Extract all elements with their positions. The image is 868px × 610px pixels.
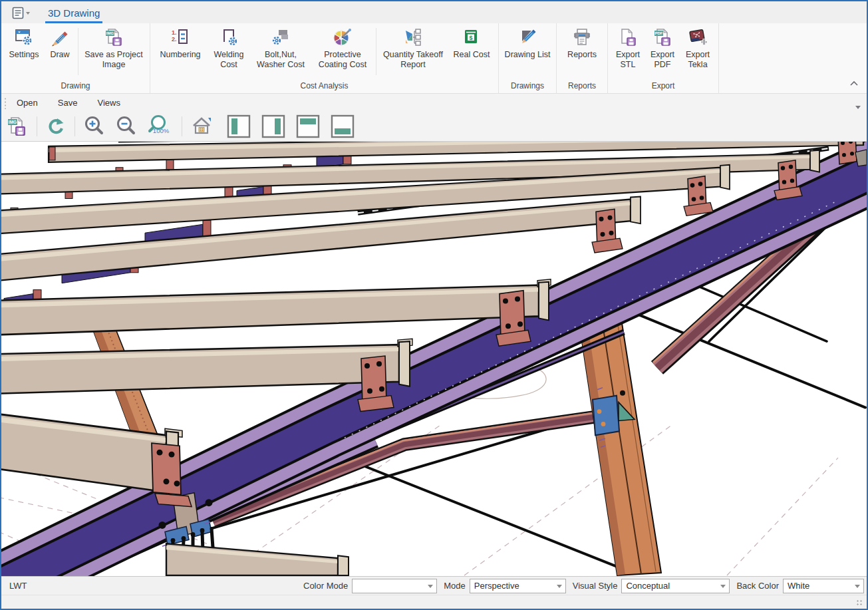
ribbon-group-export: Export STL PDF Export PDF bbox=[608, 23, 719, 93]
ribbon-group-drawing: Settings Draw bbox=[1, 23, 150, 93]
toolbar-options-icon[interactable] bbox=[855, 100, 861, 112]
svg-text:$: $ bbox=[469, 35, 472, 41]
ribbon-group-caption: Drawing bbox=[1, 80, 150, 93]
lwt-toggle[interactable]: LWT bbox=[9, 581, 27, 591]
quickbar: Open Save Views bbox=[1, 94, 867, 112]
ribbon: Settings Draw bbox=[1, 23, 867, 94]
button-label: Export PDF bbox=[647, 50, 678, 70]
svg-text:IMG: IMG bbox=[9, 120, 17, 124]
button-label: Settings bbox=[9, 50, 39, 60]
export-tekla-button[interactable]: Export Tekla bbox=[680, 27, 716, 71]
button-label: Reports bbox=[567, 50, 597, 60]
button-label: Export STL bbox=[613, 50, 643, 70]
real-cost-button[interactable]: $ Real Cost bbox=[448, 27, 496, 61]
view-top-icon[interactable] bbox=[296, 114, 320, 138]
export-pdf-icon: PDF bbox=[652, 27, 672, 47]
ribbon-group-caption: Reports bbox=[557, 80, 607, 93]
button-label: Welding Cost bbox=[210, 50, 248, 70]
ribbon-group-drawings: Drawing List Drawings bbox=[499, 23, 557, 93]
drawing-list-button[interactable]: Drawing List bbox=[502, 27, 553, 61]
export-stl-button[interactable]: Export STL bbox=[611, 27, 645, 71]
app-menu-icon[interactable] bbox=[12, 7, 32, 20]
welding-cost-button[interactable]: Welding Cost bbox=[208, 27, 250, 71]
ribbon-group-caption: Cost Analysis bbox=[150, 80, 498, 93]
svg-text:1.: 1. bbox=[172, 29, 177, 36]
back-color-label: Back Color bbox=[736, 581, 779, 591]
settings-icon bbox=[14, 27, 34, 47]
save-as-project-image-button[interactable]: IMG Save as Project Image bbox=[80, 27, 147, 71]
mode-select[interactable]: Perspective bbox=[470, 579, 566, 593]
mode-value: Perspective bbox=[474, 581, 519, 591]
titlebar: 3D Drawing bbox=[1, 1, 867, 23]
welding-cost-icon bbox=[219, 27, 239, 47]
status-strip bbox=[1, 595, 867, 609]
real-cost-icon: $ bbox=[462, 27, 482, 47]
back-color-select[interactable]: White bbox=[783, 579, 864, 593]
svg-text:PDF: PDF bbox=[655, 31, 663, 35]
export-pdf-button[interactable]: PDF Export PDF bbox=[645, 27, 680, 71]
statusbar: LWT Color Mode Mode Perspective Visual S… bbox=[1, 576, 867, 595]
printer-icon bbox=[572, 27, 592, 47]
settings-button[interactable]: Settings bbox=[4, 27, 44, 61]
zoom-in-icon[interactable] bbox=[83, 115, 106, 138]
button-label: Drawing List bbox=[505, 50, 551, 60]
button-label: Export Tekla bbox=[682, 50, 714, 70]
ribbon-group-caption: Export bbox=[608, 80, 718, 93]
iconbar: IMG 100% bbox=[1, 112, 867, 142]
visual-style-select[interactable]: Conceptual bbox=[621, 579, 730, 593]
bolt-nut-washer-cost-button[interactable]: Bolt,Nut, Washer Cost bbox=[250, 27, 311, 71]
view-left-icon[interactable] bbox=[227, 114, 251, 138]
zoom-out-icon[interactable] bbox=[115, 115, 138, 138]
view-bottom-icon[interactable] bbox=[331, 114, 355, 138]
viewport-3d[interactable]: G bbox=[1, 142, 867, 576]
svg-text:2.: 2. bbox=[172, 36, 177, 43]
ribbon-collapse-icon[interactable] bbox=[849, 77, 859, 89]
purlin-bottom[interactable] bbox=[166, 543, 349, 575]
color-mode-select[interactable] bbox=[352, 579, 437, 593]
button-label: Real Cost bbox=[454, 50, 490, 60]
visual-style-value: Conceptual bbox=[626, 581, 670, 591]
view-right-icon[interactable] bbox=[261, 114, 285, 138]
reports-button[interactable]: Reports bbox=[559, 27, 605, 61]
menu-views[interactable]: Views bbox=[87, 98, 130, 108]
button-label: Quantity Takeoff Report bbox=[380, 50, 446, 70]
document-menu-icon bbox=[12, 7, 32, 20]
tab-3d-drawing[interactable]: 3D Drawing bbox=[45, 7, 102, 23]
resize-grip[interactable] bbox=[856, 599, 863, 606]
save-view-image-icon[interactable]: IMG bbox=[6, 115, 29, 138]
ribbon-group-cost-analysis: 1. 2. Numbering Welding Co bbox=[150, 23, 499, 93]
button-label: Numbering bbox=[160, 50, 200, 60]
numbering-icon: 1. 2. bbox=[170, 27, 190, 47]
main-column[interactable] bbox=[580, 319, 661, 575]
svg-text:100%: 100% bbox=[153, 127, 170, 134]
pencil-icon bbox=[50, 27, 70, 47]
button-label: Draw bbox=[50, 50, 69, 60]
export-stl-icon bbox=[618, 27, 638, 47]
app-window: 3D Drawing Settings bbox=[0, 0, 868, 610]
button-label: Bolt,Nut, Washer Cost bbox=[252, 50, 309, 70]
export-tekla-icon bbox=[688, 27, 708, 47]
menu-open[interactable]: Open bbox=[7, 98, 48, 108]
takeoff-diagram-icon bbox=[403, 27, 423, 47]
ribbon-group-reports: Reports Reports bbox=[557, 23, 608, 93]
svg-text:IMG: IMG bbox=[106, 31, 114, 35]
coating-palette-icon bbox=[333, 27, 353, 47]
refresh-icon[interactable] bbox=[45, 116, 67, 137]
ribbon-group-caption: Drawings bbox=[499, 80, 556, 93]
mode-label: Mode bbox=[444, 581, 466, 591]
color-mode-label: Color Mode bbox=[303, 581, 348, 591]
menu-save[interactable]: Save bbox=[48, 98, 88, 108]
zoom-100-icon[interactable]: 100% bbox=[147, 114, 174, 138]
home-view-icon[interactable] bbox=[190, 115, 214, 138]
numbering-button[interactable]: 1. 2. Numbering bbox=[153, 27, 208, 61]
draw-button[interactable]: Draw bbox=[44, 27, 76, 61]
bolt-nut-washer-icon bbox=[271, 27, 291, 47]
model-canvas[interactable]: G bbox=[1, 142, 867, 576]
purlin-7[interactable] bbox=[1, 414, 192, 506]
visual-style-label: Visual Style bbox=[573, 581, 618, 591]
button-label: Save as Project Image bbox=[82, 50, 145, 70]
drawing-list-icon bbox=[517, 27, 537, 47]
protective-coating-cost-button[interactable]: Protective Coating Cost bbox=[311, 27, 374, 71]
quantity-takeoff-report-button[interactable]: Quantity Takeoff Report bbox=[378, 27, 448, 71]
back-color-value: White bbox=[788, 581, 809, 591]
